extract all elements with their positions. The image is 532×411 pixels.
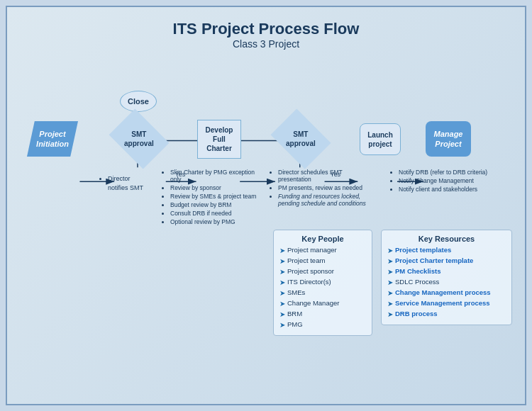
key-person-4: ➤ ITS Director(s) [279,278,366,287]
develop-charter-shape: DevelopFullCharter [197,120,241,159]
director-note: Directornotifies SMT [99,174,143,192]
smt-approval-2-label: SMTapproval [286,130,316,148]
resource-7: ➤ DRB process [387,310,506,319]
project-initiation-label: ProjectInitiation [36,129,69,150]
key-person-3: ➤ Project sponsor [279,267,366,276]
page-title: ITS Project Process Flow [7,20,525,38]
smt1-note-5: Consult DRB if needed [170,210,261,217]
resource-5: ➤ Change Management process [387,288,506,298]
key-person-8: ➤ PMG [279,320,366,330]
smt2-note-1: Director schedules SMT presentation [278,169,372,183]
close-shape: Close [120,91,157,112]
smt-approval-1-label: SMTapproval [124,130,154,148]
launch-project-shape: Launchproject [360,123,401,155]
manage-project-shape: ManageProject [426,121,471,157]
key-person-6: ➤ Change Manager [279,299,366,308]
launch-project-label: Launchproject [367,130,393,149]
key-person-2: ➤ Project team [279,257,366,266]
manage-project-label: ManageProject [434,129,463,150]
key-people-title: Key People [279,235,366,243]
resource-6: ➤ Service Management process [387,299,506,308]
launch-note-3: Notify client and stakeholders [399,186,493,193]
key-person-5: ➤ SMEs [279,288,366,298]
launch-notes: Notify DRB (refer to DRB criteria) Notif… [390,169,493,194]
smt-approval-2-shape: SMTapproval [271,109,331,169]
smt2-note-3: Funding and resources locked, pending sc… [278,193,372,207]
resource-2: ➤ Project Charter template [387,257,506,266]
key-resources-box: Key Resources ➤ Project templates ➤ Proj… [381,230,512,325]
smt1-note-3: Review by SMEs & project team [170,193,261,200]
smt1-note-1: Slim Charter by PMG exception only [170,169,261,183]
page-subtitle: Class 3 Project [7,38,525,50]
smt2-note-2: PM presents, review as needed [278,184,372,191]
resource-4: ➤ SDLC Process [387,278,506,287]
smt1-note-2: Review by sponsor [170,184,261,191]
smt1-note-4: Budget review by BRM [170,201,261,208]
resource-1: ➤ Project templates [387,246,506,255]
smt1-notes: Slim Charter by PMG exception only Revie… [162,169,261,227]
project-initiation-shape: ProjectInitiation [27,121,78,157]
key-person-1: ➤ Project manager [279,246,366,255]
key-people-box: Key People ➤ Project manager ➤ Project t… [273,230,372,336]
smt1-note-6: Optional review by PMG [170,218,261,225]
flow-diagram: Yes No Yes No Close ProjectInitiation SM… [7,54,525,351]
key-resources-list: ➤ Project templates ➤ Project Charter te… [387,246,506,319]
launch-note-1: Notify DRB (refer to DRB criteria) [399,169,493,176]
launch-note-2: Notify Change Management [399,177,493,184]
key-people-list: ➤ Project manager ➤ Project team ➤ Proje… [279,246,366,330]
key-resources-title: Key Resources [387,235,506,243]
resource-3: ➤ PM Checklists [387,267,506,276]
key-person-7: ➤ BRM [279,310,366,319]
smt-approval-1-shape: SMTapproval [109,109,170,169]
close-label: Close [128,97,149,106]
develop-charter-label: DevelopFullCharter [206,125,233,153]
smt2-notes: Director schedules SMT presentation PM p… [270,169,372,208]
